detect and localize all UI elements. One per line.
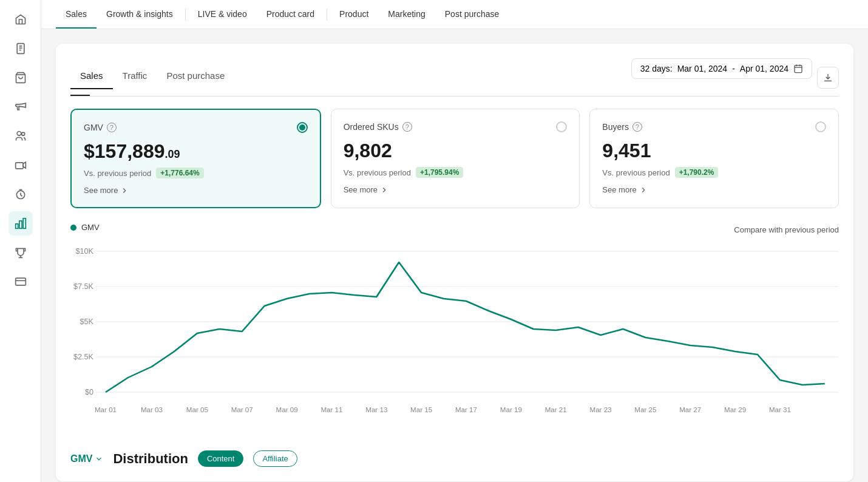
tab-post-purchase[interactable]: Post purchase xyxy=(157,66,234,89)
ordered-skus-radio[interactable] xyxy=(556,121,567,132)
svg-rect-9 xyxy=(15,278,25,285)
ordered-skus-info-icon[interactable]: ? xyxy=(402,122,412,132)
gmv-chart: $10K $7.5K $5K $2.5K $0 Mar 01 Mar 03 Ma… xyxy=(70,239,839,433)
svg-text:$2.5K: $2.5K xyxy=(73,353,94,361)
distribution-header: GMV Distribution Content Affiliate xyxy=(70,450,839,467)
svg-text:Mar 19: Mar 19 xyxy=(500,406,522,413)
nav-product-card[interactable]: Product card xyxy=(257,1,324,29)
chart-legend-row: GMV Compare with previous period xyxy=(70,223,839,237)
gmv-title: GMV xyxy=(84,123,103,132)
svg-rect-8 xyxy=(23,219,25,229)
svg-text:Mar 01: Mar 01 xyxy=(95,406,117,413)
chart-wrapper: $10K $7.5K $5K $2.5K $0 Mar 01 Mar 03 Ma… xyxy=(70,239,839,436)
nav-separator-2 xyxy=(327,8,327,21)
nav-separator-1 xyxy=(185,8,186,21)
svg-text:$7.5K: $7.5K xyxy=(73,282,94,291)
buyers-value: 9,451 xyxy=(602,140,826,162)
chart-compare[interactable]: Compare with previous period xyxy=(734,225,839,234)
gmv-value: $157,889.09 xyxy=(84,140,308,163)
trophy-sidebar-icon[interactable] xyxy=(8,240,33,265)
svg-text:Mar 15: Mar 15 xyxy=(410,406,432,413)
shop-sidebar-icon[interactable] xyxy=(8,66,33,90)
svg-text:Mar 09: Mar 09 xyxy=(276,406,298,413)
svg-text:Mar 27: Mar 27 xyxy=(679,406,701,413)
svg-rect-11 xyxy=(795,66,802,73)
content-area: Sales Traffic Post purchase 32 days: Mar… xyxy=(41,29,868,482)
calendar-icon xyxy=(793,64,803,73)
svg-text:Mar 03: Mar 03 xyxy=(141,406,163,413)
dist-tab-content[interactable]: Content xyxy=(198,450,244,467)
sidebar xyxy=(0,0,41,482)
gmv-metric-card[interactable]: GMV ? $157,889.09 Vs. previous period +1… xyxy=(70,109,321,208)
buyers-badge: +1,790.2% xyxy=(675,167,719,178)
ordered-skus-badge: +1,795.94% xyxy=(416,167,463,178)
ordered-skus-value: 9,802 xyxy=(344,140,568,162)
svg-text:Mar 31: Mar 31 xyxy=(769,406,791,413)
analytics-card: Sales Traffic Post purchase 32 days: Mar… xyxy=(56,44,853,481)
distribution-gmv-label[interactable]: GMV xyxy=(70,453,103,464)
download-icon xyxy=(823,73,833,83)
buyers-see-more[interactable]: See more xyxy=(602,185,826,194)
svg-rect-7 xyxy=(19,221,21,229)
gmv-see-more[interactable]: See more xyxy=(84,186,308,195)
chevron-right-icon xyxy=(120,186,129,195)
metrics-row: GMV ? $157,889.09 Vs. previous period +1… xyxy=(70,109,839,208)
download-button[interactable] xyxy=(817,67,839,89)
svg-text:$10K: $10K xyxy=(75,247,93,256)
date-range-days: 32 days: xyxy=(640,64,673,73)
svg-text:Mar 17: Mar 17 xyxy=(455,406,477,413)
nav-live-video[interactable]: LIVE & video xyxy=(188,1,257,29)
chevron-right-icon-2 xyxy=(380,186,388,194)
nav-marketing[interactable]: Marketing xyxy=(378,1,435,29)
tab-sales[interactable]: Sales xyxy=(70,66,113,89)
date-range-end: Apr 01, 2024 xyxy=(740,64,788,73)
distribution-title: Distribution xyxy=(113,451,188,467)
timer-sidebar-icon[interactable] xyxy=(8,182,33,206)
svg-text:Mar 21: Mar 21 xyxy=(545,406,567,413)
people-sidebar-icon[interactable] xyxy=(8,124,33,148)
nav-home[interactable]: Sales xyxy=(56,1,97,29)
ordered-skus-metric-card[interactable]: Ordered SKUs ? 9,802 Vs. previous period… xyxy=(331,109,580,208)
svg-rect-6 xyxy=(15,224,18,229)
gmv-cents: .09 xyxy=(164,148,180,160)
chevron-right-icon-3 xyxy=(639,186,648,194)
buyers-radio[interactable] xyxy=(815,121,826,132)
gmv-info-icon[interactable]: ? xyxy=(107,123,117,132)
dist-tab-affiliate[interactable]: Affiliate xyxy=(253,450,297,467)
gmv-radio[interactable] xyxy=(297,122,308,133)
chevron-down-icon xyxy=(95,455,103,463)
clipboard-sidebar-icon[interactable] xyxy=(8,36,33,61)
svg-text:$5K: $5K xyxy=(80,317,93,326)
svg-text:$0: $0 xyxy=(85,388,93,396)
analytics-sidebar-icon[interactable] xyxy=(8,211,33,236)
nav-post-purchase[interactable]: Post purchase xyxy=(435,1,509,29)
svg-text:Mar 25: Mar 25 xyxy=(634,406,656,413)
date-range-picker[interactable]: 32 days: Mar 01, 2024 - Apr 01, 2024 xyxy=(631,58,812,79)
chart-legend-dot xyxy=(70,225,76,231)
svg-rect-4 xyxy=(15,163,23,169)
buyers-info-icon[interactable]: ? xyxy=(632,122,642,132)
date-range-sep: - xyxy=(732,64,735,73)
date-range-start: Mar 01, 2024 xyxy=(677,64,728,73)
card-sidebar-icon[interactable] xyxy=(8,270,33,294)
svg-text:Mar 29: Mar 29 xyxy=(724,406,746,413)
svg-text:Mar 07: Mar 07 xyxy=(231,406,253,413)
svg-text:Mar 11: Mar 11 xyxy=(320,406,342,413)
svg-point-3 xyxy=(21,132,24,135)
megaphone-sidebar-icon[interactable] xyxy=(8,95,33,119)
tab-traffic[interactable]: Traffic xyxy=(113,66,157,89)
svg-point-2 xyxy=(17,132,21,136)
nav-product[interactable]: Product xyxy=(330,1,378,29)
nav-growth-insights[interactable]: Growth & insights xyxy=(97,1,183,29)
chart-legend: GMV xyxy=(70,223,100,232)
ordered-skus-see-more[interactable]: See more xyxy=(344,185,568,194)
home-sidebar-icon[interactable] xyxy=(8,7,33,32)
chart-legend-label: GMV xyxy=(81,223,100,232)
card-tabs: Sales Traffic Post purchase xyxy=(70,66,631,89)
video-sidebar-icon[interactable] xyxy=(8,153,33,177)
active-tab-indicator xyxy=(70,89,90,96)
buyers-metric-card[interactable]: Buyers ? 9,451 Vs. previous period +1,79… xyxy=(589,109,839,208)
svg-text:Mar 23: Mar 23 xyxy=(589,406,611,413)
top-navigation: Sales Growth & insights LIVE & video Pro… xyxy=(41,0,868,29)
ordered-skus-vs: Vs. previous period +1,795.94% xyxy=(344,167,568,178)
